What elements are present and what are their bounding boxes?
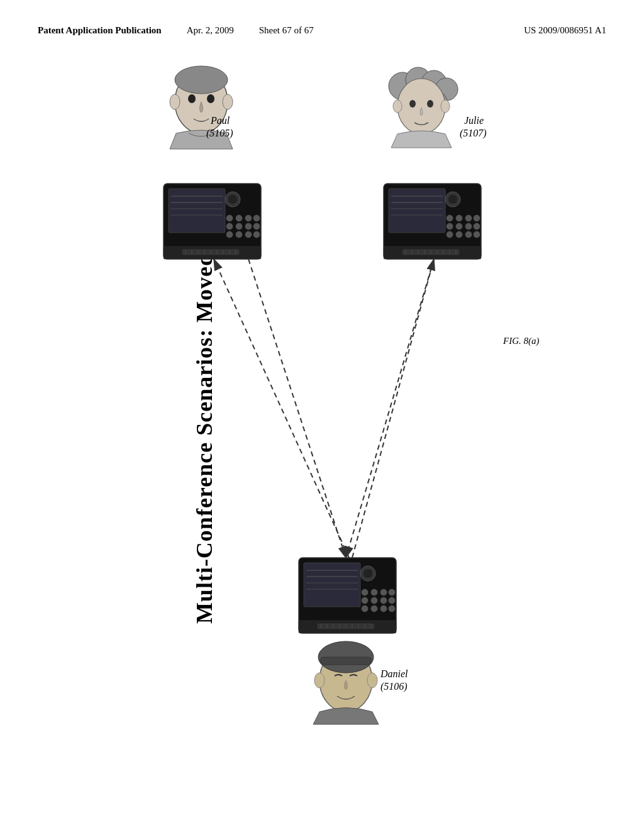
svg-point-115 [367, 673, 377, 688]
svg-point-29 [236, 223, 242, 230]
julie-number: (5107) [460, 128, 487, 139]
svg-point-15 [441, 100, 450, 113]
svg-point-2 [188, 94, 196, 103]
svg-point-63 [447, 231, 453, 238]
svg-point-85 [363, 568, 373, 578]
svg-point-86 [362, 589, 368, 595]
publication-date: Apr. 2, 2009 [187, 25, 234, 36]
diagram: Paul (5105) [113, 61, 619, 803]
svg-point-93 [389, 597, 395, 604]
svg-point-114 [314, 673, 325, 688]
svg-point-92 [380, 597, 387, 604]
svg-point-96 [380, 606, 387, 612]
daniel-avatar [313, 641, 379, 724]
svg-rect-79 [304, 563, 360, 607]
svg-point-34 [245, 231, 252, 238]
svg-point-30 [245, 223, 252, 230]
svg-point-59 [447, 223, 453, 230]
diagram-svg: Paul (5105) [113, 61, 591, 816]
main-content: Multi-Conference Scenarios: Moved [0, 48, 644, 828]
svg-rect-17 [169, 189, 225, 233]
svg-point-32 [226, 231, 233, 238]
svg-point-64 [456, 231, 462, 238]
fig-label: FIG. 8(a) [502, 336, 539, 346]
patent-label: Patent Application Publication [38, 25, 162, 36]
svg-point-3 [207, 94, 214, 103]
svg-point-60 [456, 223, 462, 230]
svg-point-5 [223, 94, 233, 109]
svg-point-89 [389, 589, 395, 595]
paul-number: (5105) [206, 128, 233, 139]
page-header: Patent Application Publication Apr. 2, 2… [0, 0, 644, 36]
phone-paul [164, 184, 261, 259]
svg-point-61 [465, 223, 472, 230]
svg-point-13 [427, 100, 433, 108]
svg-point-11 [397, 79, 445, 134]
svg-point-90 [362, 597, 368, 604]
svg-point-57 [465, 215, 472, 221]
svg-point-66 [474, 231, 480, 238]
paul-name: Paul [210, 115, 230, 126]
svg-point-26 [245, 215, 252, 221]
daniel-name: Daniel [380, 668, 408, 679]
svg-point-62 [474, 223, 480, 230]
phone-daniel [299, 558, 396, 633]
daniel-number: (5106) [380, 681, 408, 692]
svg-point-91 [371, 597, 377, 604]
julie-avatar [389, 67, 458, 148]
svg-rect-48 [389, 189, 445, 233]
svg-point-28 [226, 223, 233, 230]
arrow-daniel-to-paul [214, 259, 349, 558]
svg-point-33 [236, 231, 242, 238]
svg-point-65 [465, 231, 472, 238]
svg-point-27 [253, 215, 260, 221]
svg-point-95 [371, 606, 377, 612]
svg-point-55 [447, 215, 453, 221]
svg-point-23 [228, 194, 238, 204]
svg-point-35 [253, 231, 260, 238]
svg-point-31 [253, 223, 260, 230]
svg-point-87 [371, 589, 377, 595]
svg-point-12 [409, 100, 416, 108]
svg-point-58 [474, 215, 480, 221]
phone-julie [384, 184, 481, 259]
sheet-info: Sheet 67 of 67 [259, 25, 314, 36]
svg-point-56 [456, 215, 462, 221]
svg-point-25 [236, 215, 242, 221]
svg-point-94 [362, 606, 368, 612]
arrow-julie-to-daniel [346, 259, 434, 558]
svg-point-14 [393, 100, 402, 113]
arrow-paul-to-daniel [248, 259, 346, 558]
svg-point-97 [389, 606, 395, 612]
arrow-daniel-to-julie [352, 259, 434, 558]
svg-point-1 [175, 66, 228, 94]
svg-point-4 [170, 94, 180, 109]
patent-number: US 2009/0086951 A1 [524, 25, 606, 36]
svg-point-54 [448, 194, 458, 204]
svg-rect-113 [321, 657, 371, 665]
julie-name: Julie [464, 115, 484, 126]
svg-point-24 [226, 215, 233, 221]
svg-point-88 [380, 589, 387, 595]
